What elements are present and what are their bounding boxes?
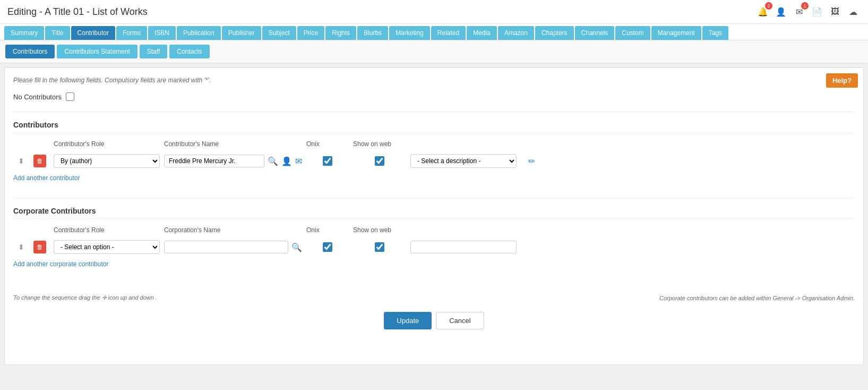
drag-handle[interactable]: ⬍ [13, 157, 29, 165]
nav-tab-isbn[interactable]: ISBN [148, 26, 176, 40]
search-contributor-button[interactable]: 🔍 [268, 156, 278, 166]
nav-tab-forms[interactable]: Forms [116, 26, 147, 40]
nav-tab-related[interactable]: Related [431, 26, 466, 40]
show-on-web-check-cell [353, 156, 406, 166]
divider-1 [13, 112, 855, 112]
contributor-row: ⬍ 🗑 By (author) Edited by Illustrated by… [13, 152, 855, 170]
add-contributor-link[interactable]: Add another contributor [13, 174, 80, 182]
onix-checkbox[interactable] [323, 156, 332, 166]
sub-tab-staff[interactable]: Staff [140, 45, 167, 58]
nav-tab-chapters[interactable]: Chapters [535, 26, 574, 40]
document-icon[interactable]: 📄 [810, 4, 824, 19]
corp-note: Corporate contributors can be added with… [659, 295, 855, 301]
notification-icon-1[interactable]: 🔔 2 [755, 4, 770, 19]
nav-tab-marketing[interactable]: Marketing [389, 26, 430, 40]
help-button[interactable]: Help? [826, 73, 858, 88]
action-buttons: Update Cancel [13, 312, 855, 329]
sub-tab-contacts[interactable]: Contacts [169, 45, 209, 58]
main-content: Help? Please fill in the following field… [4, 67, 864, 365]
edit-contributor-button[interactable]: ✏ [521, 156, 542, 166]
nav-tab-channels[interactable]: Channels [575, 26, 615, 40]
corporation-name-input[interactable] [164, 241, 288, 253]
no-contributors-checkbox[interactable] [66, 92, 74, 101]
page-title: Editing - A Title 01 - List of Works [7, 6, 148, 18]
user-icon[interactable]: 👤 [774, 4, 788, 19]
nav-tab-amazon[interactable]: Amazon [498, 26, 534, 40]
description-select[interactable]: - Select a description - Biographical no… [410, 154, 517, 168]
search-corporation-button[interactable]: 🔍 [291, 242, 302, 252]
notification-badge-2: 1 [801, 2, 809, 10]
cloud-icon[interactable]: ☁ [846, 4, 861, 19]
nav-tab-subject[interactable]: Subject [262, 26, 296, 40]
divider-2 [13, 198, 855, 198]
nav-tab-publication[interactable]: Publication [177, 26, 221, 40]
sub-tabs: ContributorsContributors StatementStaffC… [0, 40, 868, 63]
drag-note: To change the sequence drag the ✛ icon u… [13, 294, 157, 301]
profile-contributor-button[interactable]: 👤 [281, 156, 292, 166]
instruction-text: Please fill in the following fields. Com… [13, 77, 855, 84]
contributors-section: Contributors Contributor's Role Contribu… [13, 121, 855, 182]
corporate-contributors-title: Corporate Contributors [13, 207, 855, 219]
envelope-icon[interactable]: ✉ 1 [792, 4, 806, 19]
nav-tab-price[interactable]: Price [297, 26, 324, 40]
corp-onix-checkbox[interactable] [323, 242, 332, 252]
nav-tabs: SummaryTitleContributorFormsISBNPublicat… [0, 24, 868, 40]
corp-header-role: Contributor's Role [54, 226, 160, 234]
corp-header-name: Corporation's Name [164, 226, 302, 234]
onix-check-cell [306, 156, 349, 166]
nav-tab-blurbs[interactable]: Blurbs [357, 26, 388, 40]
top-bar: Editing - A Title 01 - List of Works 🔔 2… [0, 0, 868, 24]
contributors-title: Contributors [13, 121, 855, 133]
corp-extra-field[interactable] [410, 241, 517, 253]
nav-tab-title[interactable]: Title [45, 26, 70, 40]
top-icons: 🔔 2 👤 ✉ 1 📄 🖼 ☁ [755, 4, 861, 19]
no-contributors-label: No Contributors [13, 93, 62, 101]
corp-header-onix: Onix [306, 226, 349, 234]
nav-tab-media[interactable]: Media [467, 26, 497, 40]
sub-tab-contributors-statement[interactable]: Contributors Statement [57, 45, 137, 58]
delete-contributor-button[interactable]: 🗑 [33, 155, 46, 167]
header-show-on-web: Show on web [353, 140, 406, 148]
no-contributors-row: No Contributors [13, 92, 855, 101]
corp-onix-check-cell [306, 242, 349, 252]
notification-badge-1: 2 [765, 2, 772, 10]
nav-tab-contributor[interactable]: Contributor [71, 26, 115, 40]
contributors-header: Contributor's Role Contributor's Name On… [13, 138, 855, 152]
nav-tab-tags[interactable]: Tags [702, 26, 728, 40]
update-button[interactable]: Update [384, 312, 432, 329]
corp-show-on-web-checkbox[interactable] [375, 242, 384, 252]
corp-name-field-group: 🔍 [164, 241, 302, 253]
corporate-header: Contributor's Role Corporation's Name On… [13, 224, 855, 238]
add-corporate-link[interactable]: Add another corporate contributor [13, 260, 108, 268]
name-field-group: 🔍 👤 ✉ [164, 155, 302, 167]
show-on-web-checkbox[interactable] [375, 156, 384, 166]
contributor-role-select[interactable]: By (author) Edited by Illustrated by Tra… [54, 154, 160, 168]
nav-tab-custom[interactable]: Custom [615, 26, 650, 40]
header-onix: Onix [306, 140, 349, 148]
sub-tab-contributors[interactable]: Contributors [5, 45, 55, 58]
contributor-name-input[interactable] [164, 155, 264, 167]
delete-corporate-button[interactable]: 🗑 [33, 241, 46, 253]
nav-tab-summary[interactable]: Summary [4, 26, 44, 40]
corp-drag-handle[interactable]: ⬍ [13, 243, 29, 251]
corporate-contributor-row: ⬍ 🗑 - Select an option - By (author) Edi… [13, 238, 855, 256]
header-name: Contributor's Name [164, 140, 302, 148]
corporate-contributors-section: Corporate Contributors Contributor's Rol… [13, 207, 855, 268]
nav-tab-publisher[interactable]: Publisher [222, 26, 261, 40]
footer-row: To change the sequence drag the ✛ icon u… [13, 284, 855, 301]
nav-tab-rights[interactable]: Rights [325, 26, 356, 40]
image-icon[interactable]: 🖼 [828, 4, 843, 19]
header-role: Contributor's Role [54, 140, 160, 148]
cancel-button[interactable]: Cancel [436, 312, 484, 329]
corp-show-on-web-check-cell [353, 242, 406, 252]
nav-tab-management[interactable]: Management [651, 26, 701, 40]
corporate-role-select[interactable]: - Select an option - By (author) Edited … [54, 240, 160, 254]
corp-header-show-on-web: Show on web [353, 226, 406, 234]
email-contributor-button[interactable]: ✉ [295, 156, 302, 166]
